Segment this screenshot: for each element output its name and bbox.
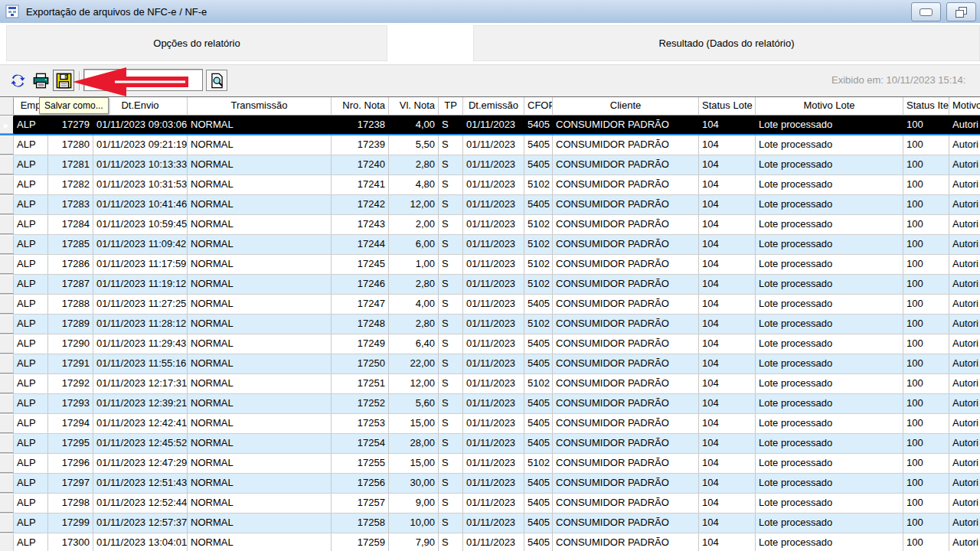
cell-transmissao: NORMAL [188,514,332,533]
table-row[interactable]: ALP1729201/11/2023 12:17:31NORMAL1725112… [0,374,980,394]
table-row[interactable]: ▶ALP1727901/11/2023 09:03:06NORMAL172384… [0,116,980,135]
row-selector[interactable] [0,135,14,155]
row-selector[interactable] [0,215,14,234]
row-selector[interactable] [0,155,14,174]
cell-emp: ALP [14,215,48,234]
row-selector[interactable] [0,494,14,513]
row-selector[interactable] [0,334,14,354]
column-header-nro_nota[interactable]: Nro. Nota [332,97,389,116]
table-row[interactable]: ALP1729601/11/2023 12:47:29NORMAL1725515… [0,454,980,474]
cell-lote: 17300 [48,533,93,551]
table-row[interactable]: ALP1728001/11/2023 09:21:19NORMAL172395,… [0,135,980,155]
table-row[interactable]: ALP1728701/11/2023 11:19:12NORMAL172462,… [0,275,980,295]
row-selector[interactable] [0,414,14,433]
restore-button[interactable] [946,2,976,21]
cell-cliente: CONSUMIDOR PADRÃO [553,155,699,174]
row-selector[interactable] [0,315,14,334]
cell-status_lote: 104 [699,374,756,393]
row-selector[interactable]: ▶ [0,116,14,134]
table-row[interactable]: ALP1728301/11/2023 10:41:46NORMAL1724212… [0,195,980,215]
cell-motivo_item: Autori [949,315,980,334]
row-selector[interactable] [0,354,14,373]
table-row[interactable]: ALP1729701/11/2023 12:51:43NORMAL1725630… [0,474,980,494]
table-row[interactable]: ALP1728601/11/2023 11:17:59NORMAL172451,… [0,255,980,275]
column-header-motivo_lote[interactable]: Motivo Lote [756,97,903,116]
table-row[interactable]: ALP1728501/11/2023 11:09:42NORMAL172446,… [0,235,980,255]
table-row[interactable]: ALP1730001/11/2023 13:04:01NORMAL172597,… [0,533,980,551]
cell-transmissao: NORMAL [188,414,332,433]
cell-transmissao: NORMAL [188,235,332,254]
column-header-motivo_item[interactable]: Motivo [949,97,980,116]
print-button[interactable] [30,70,51,91]
export-filename-input[interactable] [83,69,203,91]
cell-dt_emissao: 01/11/2023 [463,374,524,393]
grid-header-row: EmpNDt.EnvioTransmissãoNro. NotaVl. Nota… [0,97,980,116]
cell-motivo_lote: Lote processado [756,514,903,533]
row-selector[interactable] [0,275,14,294]
cell-status_lote: 104 [699,195,756,214]
cell-lote: 17281 [48,155,93,174]
cell-status_item: 100 [903,354,949,373]
row-selector[interactable] [0,434,14,453]
cell-status_lote: 104 [699,414,756,433]
row-selector[interactable] [0,255,14,274]
column-header-cliente[interactable]: Cliente [553,97,699,116]
cell-emp: ALP [14,135,48,155]
column-header-cfop[interactable]: CFOP [524,97,553,116]
tab-report-options[interactable]: Opções do relatório [6,25,387,61]
cell-tp: S [439,215,463,234]
cell-status_lote: 104 [699,275,756,294]
table-row[interactable]: ALP1729401/11/2023 12:42:41NORMAL1725315… [0,414,980,434]
table-row[interactable]: ALP1729301/11/2023 12:39:21NORMAL172525,… [0,394,980,414]
cell-nro_nota: 17238 [332,116,389,134]
table-row[interactable]: ALP1728101/11/2023 10:13:33NORMAL172402,… [0,155,980,175]
cell-dt_envio: 01/11/2023 11:28:12 [93,315,188,334]
cell-cliente: CONSUMIDOR PADRÃO [553,275,699,294]
table-row[interactable]: ALP1729501/11/2023 12:45:52NORMAL1725428… [0,434,980,454]
column-header-status_lote[interactable]: Status Lote [699,97,756,116]
row-selector[interactable] [0,514,14,533]
cell-motivo_lote: Lote processado [756,215,903,234]
row-selector[interactable] [0,533,14,551]
cell-lote: 17297 [48,474,93,493]
table-row[interactable]: ALP1728801/11/2023 11:27:25NORMAL172474,… [0,295,980,315]
row-selector[interactable] [0,454,14,473]
row-selector[interactable] [0,235,14,254]
cell-cfop: 5405 [524,474,553,493]
cell-nro_nota: 17259 [332,533,389,551]
table-row[interactable]: ALP1728401/11/2023 10:59:45NORMAL172432,… [0,215,980,235]
table-row[interactable]: ALP1729801/11/2023 12:52:44NORMAL172579,… [0,494,980,514]
row-selector[interactable] [0,374,14,393]
table-row[interactable]: ALP1729101/11/2023 11:55:16NORMAL1725022… [0,354,980,374]
cell-motivo_lote: Lote processado [756,235,903,254]
tab-result[interactable]: Resultado (Dados do relatório) [473,25,980,61]
column-header-transmissao[interactable]: Transmissão [188,97,332,116]
minimize-button[interactable] [911,2,941,21]
column-header-status_item[interactable]: Status Item [903,97,949,116]
cell-lote: 17279 [48,116,93,134]
row-selector[interactable] [0,195,14,214]
cell-emp: ALP [14,414,48,433]
table-row[interactable]: ALP1729901/11/2023 12:57:37NORMAL1725810… [0,514,980,533]
cell-cliente: CONSUMIDOR PADRÃO [553,255,699,274]
column-header-dt_emissao[interactable]: Dt.emissão [463,97,524,116]
cell-emp: ALP [14,533,48,551]
row-selector[interactable] [0,474,14,493]
table-row[interactable]: ALP1728201/11/2023 10:31:53NORMAL172414,… [0,175,980,195]
cell-cliente: CONSUMIDOR PADRÃO [553,354,699,373]
table-row[interactable]: ALP1728901/11/2023 11:28:12NORMAL172482,… [0,315,980,334]
cell-motivo_item: Autori [949,116,980,134]
save-button[interactable] [53,70,74,91]
cell-transmissao: NORMAL [188,255,332,274]
row-selector[interactable] [0,394,14,413]
table-row[interactable]: ALP1729001/11/2023 11:29:43NORMAL172496,… [0,334,980,354]
column-header-vl_nota[interactable]: Vl. Nota [389,97,439,116]
row-selector[interactable] [0,295,14,314]
refresh-button[interactable] [7,70,28,91]
cell-status_item: 100 [903,295,949,314]
cell-emp: ALP [14,514,48,533]
preview-button[interactable] [206,70,227,91]
cell-status_item: 100 [903,533,949,551]
column-header-tp[interactable]: TP [439,97,463,116]
row-selector[interactable] [0,175,14,194]
